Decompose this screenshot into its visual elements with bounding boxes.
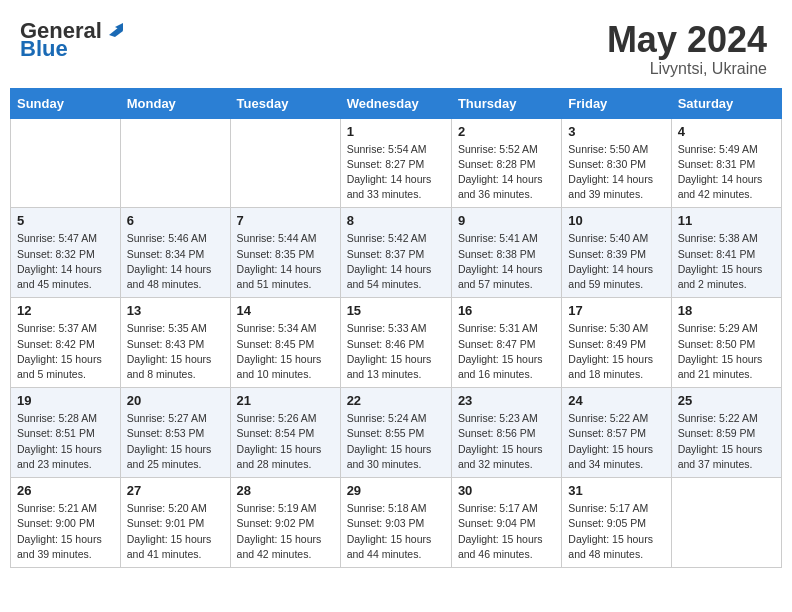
- day-number: 31: [568, 483, 664, 498]
- day-number: 27: [127, 483, 224, 498]
- day-info: Sunrise: 5:37 AM Sunset: 8:42 PM Dayligh…: [17, 321, 114, 382]
- day-info: Sunrise: 5:23 AM Sunset: 8:56 PM Dayligh…: [458, 411, 555, 472]
- calendar-cell: 22Sunrise: 5:24 AM Sunset: 8:55 PM Dayli…: [340, 388, 451, 478]
- day-number: 2: [458, 124, 555, 139]
- weekday-header: Wednesday: [340, 88, 451, 118]
- page-title: May 2024: [607, 20, 767, 60]
- day-info: Sunrise: 5:35 AM Sunset: 8:43 PM Dayligh…: [127, 321, 224, 382]
- logo-bird-icon: [105, 21, 123, 39]
- day-info: Sunrise: 5:40 AM Sunset: 8:39 PM Dayligh…: [568, 231, 664, 292]
- day-number: 20: [127, 393, 224, 408]
- day-info: Sunrise: 5:22 AM Sunset: 8:57 PM Dayligh…: [568, 411, 664, 472]
- calendar-cell: 10Sunrise: 5:40 AM Sunset: 8:39 PM Dayli…: [562, 208, 671, 298]
- calendar-week-row: 26Sunrise: 5:21 AM Sunset: 9:00 PM Dayli…: [11, 478, 782, 568]
- weekday-header: Tuesday: [230, 88, 340, 118]
- weekday-header: Friday: [562, 88, 671, 118]
- day-info: Sunrise: 5:17 AM Sunset: 9:04 PM Dayligh…: [458, 501, 555, 562]
- day-number: 4: [678, 124, 775, 139]
- calendar-cell: [11, 118, 121, 208]
- day-number: 24: [568, 393, 664, 408]
- calendar-cell: 26Sunrise: 5:21 AM Sunset: 9:00 PM Dayli…: [11, 478, 121, 568]
- calendar-cell: 16Sunrise: 5:31 AM Sunset: 8:47 PM Dayli…: [451, 298, 561, 388]
- calendar-cell: 7Sunrise: 5:44 AM Sunset: 8:35 PM Daylig…: [230, 208, 340, 298]
- day-number: 13: [127, 303, 224, 318]
- day-info: Sunrise: 5:24 AM Sunset: 8:55 PM Dayligh…: [347, 411, 445, 472]
- day-number: 5: [17, 213, 114, 228]
- day-info: Sunrise: 5:46 AM Sunset: 8:34 PM Dayligh…: [127, 231, 224, 292]
- calendar-cell: 31Sunrise: 5:17 AM Sunset: 9:05 PM Dayli…: [562, 478, 671, 568]
- day-number: 16: [458, 303, 555, 318]
- weekday-header: Thursday: [451, 88, 561, 118]
- day-number: 15: [347, 303, 445, 318]
- day-info: Sunrise: 5:47 AM Sunset: 8:32 PM Dayligh…: [17, 231, 114, 292]
- day-info: Sunrise: 5:19 AM Sunset: 9:02 PM Dayligh…: [237, 501, 334, 562]
- page-location: Livyntsi, Ukraine: [607, 60, 767, 78]
- day-number: 23: [458, 393, 555, 408]
- weekday-header: Saturday: [671, 88, 781, 118]
- day-number: 30: [458, 483, 555, 498]
- calendar-cell: 18Sunrise: 5:29 AM Sunset: 8:50 PM Dayli…: [671, 298, 781, 388]
- day-number: 10: [568, 213, 664, 228]
- day-number: 28: [237, 483, 334, 498]
- day-number: 29: [347, 483, 445, 498]
- calendar-cell: 1Sunrise: 5:54 AM Sunset: 8:27 PM Daylig…: [340, 118, 451, 208]
- calendar-cell: 2Sunrise: 5:52 AM Sunset: 8:28 PM Daylig…: [451, 118, 561, 208]
- day-info: Sunrise: 5:44 AM Sunset: 8:35 PM Dayligh…: [237, 231, 334, 292]
- day-number: 3: [568, 124, 664, 139]
- calendar-cell: 13Sunrise: 5:35 AM Sunset: 8:43 PM Dayli…: [120, 298, 230, 388]
- day-number: 11: [678, 213, 775, 228]
- day-info: Sunrise: 5:54 AM Sunset: 8:27 PM Dayligh…: [347, 142, 445, 203]
- day-info: Sunrise: 5:38 AM Sunset: 8:41 PM Dayligh…: [678, 231, 775, 292]
- day-number: 26: [17, 483, 114, 498]
- day-info: Sunrise: 5:18 AM Sunset: 9:03 PM Dayligh…: [347, 501, 445, 562]
- day-info: Sunrise: 5:52 AM Sunset: 8:28 PM Dayligh…: [458, 142, 555, 203]
- day-number: 17: [568, 303, 664, 318]
- day-info: Sunrise: 5:50 AM Sunset: 8:30 PM Dayligh…: [568, 142, 664, 203]
- calendar-cell: 24Sunrise: 5:22 AM Sunset: 8:57 PM Dayli…: [562, 388, 671, 478]
- calendar-week-row: 1Sunrise: 5:54 AM Sunset: 8:27 PM Daylig…: [11, 118, 782, 208]
- day-info: Sunrise: 5:21 AM Sunset: 9:00 PM Dayligh…: [17, 501, 114, 562]
- day-info: Sunrise: 5:49 AM Sunset: 8:31 PM Dayligh…: [678, 142, 775, 203]
- logo[interactable]: General Blue: [20, 20, 123, 60]
- logo-blue: Blue: [20, 38, 68, 60]
- calendar-table: SundayMondayTuesdayWednesdayThursdayFrid…: [10, 88, 782, 568]
- day-info: Sunrise: 5:17 AM Sunset: 9:05 PM Dayligh…: [568, 501, 664, 562]
- calendar-cell: 14Sunrise: 5:34 AM Sunset: 8:45 PM Dayli…: [230, 298, 340, 388]
- day-number: 14: [237, 303, 334, 318]
- day-info: Sunrise: 5:28 AM Sunset: 8:51 PM Dayligh…: [17, 411, 114, 472]
- day-number: 12: [17, 303, 114, 318]
- calendar-cell: 19Sunrise: 5:28 AM Sunset: 8:51 PM Dayli…: [11, 388, 121, 478]
- calendar-cell: 9Sunrise: 5:41 AM Sunset: 8:38 PM Daylig…: [451, 208, 561, 298]
- calendar-cell: [120, 118, 230, 208]
- calendar-cell: 6Sunrise: 5:46 AM Sunset: 8:34 PM Daylig…: [120, 208, 230, 298]
- day-info: Sunrise: 5:34 AM Sunset: 8:45 PM Dayligh…: [237, 321, 334, 382]
- day-number: 7: [237, 213, 334, 228]
- calendar-week-row: 19Sunrise: 5:28 AM Sunset: 8:51 PM Dayli…: [11, 388, 782, 478]
- day-number: 21: [237, 393, 334, 408]
- title-block: May 2024 Livyntsi, Ukraine: [607, 20, 767, 78]
- day-info: Sunrise: 5:30 AM Sunset: 8:49 PM Dayligh…: [568, 321, 664, 382]
- calendar-cell: 8Sunrise: 5:42 AM Sunset: 8:37 PM Daylig…: [340, 208, 451, 298]
- day-info: Sunrise: 5:41 AM Sunset: 8:38 PM Dayligh…: [458, 231, 555, 292]
- day-number: 22: [347, 393, 445, 408]
- day-number: 6: [127, 213, 224, 228]
- calendar-cell: [230, 118, 340, 208]
- day-info: Sunrise: 5:20 AM Sunset: 9:01 PM Dayligh…: [127, 501, 224, 562]
- calendar-cell: 25Sunrise: 5:22 AM Sunset: 8:59 PM Dayli…: [671, 388, 781, 478]
- weekday-header: Sunday: [11, 88, 121, 118]
- day-info: Sunrise: 5:26 AM Sunset: 8:54 PM Dayligh…: [237, 411, 334, 472]
- day-info: Sunrise: 5:42 AM Sunset: 8:37 PM Dayligh…: [347, 231, 445, 292]
- day-info: Sunrise: 5:33 AM Sunset: 8:46 PM Dayligh…: [347, 321, 445, 382]
- day-number: 9: [458, 213, 555, 228]
- day-number: 8: [347, 213, 445, 228]
- day-number: 1: [347, 124, 445, 139]
- day-number: 19: [17, 393, 114, 408]
- calendar-header-row: SundayMondayTuesdayWednesdayThursdayFrid…: [11, 88, 782, 118]
- day-info: Sunrise: 5:22 AM Sunset: 8:59 PM Dayligh…: [678, 411, 775, 472]
- calendar-cell: 5Sunrise: 5:47 AM Sunset: 8:32 PM Daylig…: [11, 208, 121, 298]
- calendar-cell: 21Sunrise: 5:26 AM Sunset: 8:54 PM Dayli…: [230, 388, 340, 478]
- calendar-cell: 17Sunrise: 5:30 AM Sunset: 8:49 PM Dayli…: [562, 298, 671, 388]
- day-number: 25: [678, 393, 775, 408]
- calendar-cell: 23Sunrise: 5:23 AM Sunset: 8:56 PM Dayli…: [451, 388, 561, 478]
- calendar-cell: 4Sunrise: 5:49 AM Sunset: 8:31 PM Daylig…: [671, 118, 781, 208]
